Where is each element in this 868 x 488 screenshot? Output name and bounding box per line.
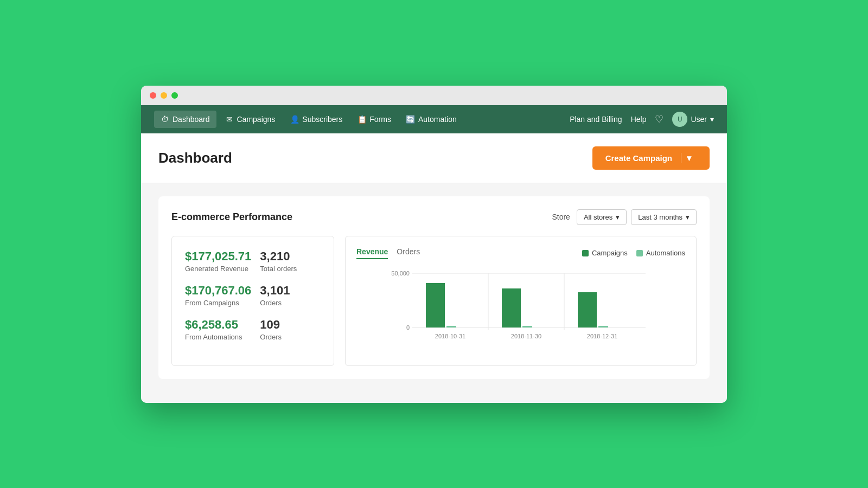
nav-items-right: Plan and Billing Help ♡ U User ▾ [570, 112, 714, 127]
date-range-dropdown[interactable]: Last 3 months ▾ [631, 209, 697, 225]
section-body: $177,025.71 Generated Revenue 3,210 Tota… [171, 236, 697, 366]
stat-automation-orders: 109 Orders [260, 318, 321, 352]
browser-chrome [141, 86, 727, 105]
stats-card: $177,025.71 Generated Revenue 3,210 Tota… [171, 236, 334, 366]
nav-item-campaigns[interactable]: ✉ Campaigns [219, 111, 282, 128]
chart-svg: 50,000 0 2018-10-31 [356, 268, 685, 355]
nav-item-forms[interactable]: 📋 Forms [351, 111, 398, 128]
create-campaign-label: Create Campaign [605, 153, 681, 163]
store-label: Store [552, 213, 570, 221]
legend-campaigns: Campaigns [582, 249, 628, 257]
nav-plan-billing[interactable]: Plan and Billing [570, 115, 622, 124]
legend-campaigns-dot [582, 250, 589, 256]
svg-text:2018-12-31: 2018-12-31 [587, 333, 617, 339]
stat-label-total-orders: Total orders [260, 265, 312, 273]
automation-icon: 🔄 [406, 115, 415, 124]
stat-value-from-campaigns: $170,767.06 [185, 284, 251, 298]
tab-orders[interactable]: Orders [397, 247, 420, 259]
chart-area: 50,000 0 2018-10-31 [356, 268, 685, 355]
user-avatar: U [672, 112, 687, 127]
stat-label-automation-orders: Orders [260, 333, 312, 341]
stat-label-from-campaigns: From Campaigns [185, 299, 251, 307]
legend-automations: Automations [636, 249, 685, 257]
user-area[interactable]: U User ▾ [672, 112, 714, 127]
dashboard-icon: ⏱ [161, 115, 169, 124]
chart-legend: Campaigns Automations [582, 249, 685, 257]
stat-from-automations: $6,258.65 From Automations [185, 318, 260, 341]
svg-rect-12 [578, 292, 597, 328]
stat-value-campaign-orders: 3,101 [260, 284, 312, 298]
browser-window: ⏱ Dashboard ✉ Campaigns 👤 Subscribers 📋 … [141, 86, 727, 403]
svg-text:2018-11-30: 2018-11-30 [511, 333, 541, 339]
stat-label-campaign-orders: Orders [260, 299, 312, 307]
svg-rect-7 [446, 326, 456, 328]
svg-rect-10 [522, 326, 532, 328]
nav-item-subscribers[interactable]: 👤 Subscribers [284, 111, 349, 128]
legend-automations-dot [636, 250, 643, 256]
nav-help[interactable]: Help [631, 115, 647, 124]
traffic-light-green[interactable] [171, 92, 178, 99]
nav-label-dashboard: Dashboard [173, 115, 210, 124]
main-content: Dashboard Create Campaign ▾ E-commerce P… [141, 133, 727, 403]
section-header: E-commerce Performance Store All stores … [171, 209, 697, 225]
user-dropdown-icon: ▾ [710, 115, 714, 124]
all-stores-chevron-icon: ▾ [616, 213, 620, 221]
chart-tabs: Revenue Orders [356, 247, 420, 259]
stat-from-campaigns: $170,767.06 From Campaigns [185, 284, 260, 307]
content-area: E-commerce Performance Store All stores … [141, 183, 727, 403]
forms-icon: 📋 [358, 115, 366, 124]
stat-campaign-orders: 3,101 Orders [260, 284, 321, 307]
legend-automations-label: Automations [646, 249, 685, 257]
nav-label-campaigns: Campaigns [237, 115, 276, 124]
all-stores-dropdown[interactable]: All stores ▾ [577, 209, 627, 225]
stat-value-from-automations: $6,258.65 [185, 318, 251, 332]
stats-grid: $177,025.71 Generated Revenue 3,210 Tota… [185, 249, 321, 352]
stat-total-orders: 3,210 Total orders [260, 249, 321, 273]
stat-generated-revenue: $177,025.71 Generated Revenue [185, 249, 260, 273]
stat-value-generated-revenue: $177,025.71 [185, 249, 251, 264]
svg-rect-6 [426, 283, 445, 328]
nav-label-automation: Automation [418, 115, 457, 124]
stat-value-automation-orders: 109 [260, 318, 312, 332]
svg-rect-13 [598, 326, 608, 328]
nav-item-automation[interactable]: 🔄 Automation [400, 111, 463, 128]
date-range-label: Last 3 months [638, 213, 682, 221]
page-title: Dashboard [158, 150, 232, 166]
nav-label-subscribers: Subscribers [302, 115, 342, 124]
traffic-light-yellow[interactable] [161, 92, 167, 99]
date-range-chevron-icon: ▾ [686, 213, 690, 221]
svg-text:2018-10-31: 2018-10-31 [435, 333, 465, 339]
stat-label-from-automations: From Automations [185, 333, 251, 341]
svg-text:50,000: 50,000 [391, 270, 410, 277]
create-campaign-dropdown-icon: ▾ [681, 153, 697, 163]
stat-label-generated-revenue: Generated Revenue [185, 265, 251, 273]
traffic-light-red[interactable] [150, 92, 156, 99]
section-controls: Store All stores ▾ Last 3 months ▾ [552, 209, 697, 225]
heart-icon[interactable]: ♡ [655, 113, 663, 125]
nav-items-left: ⏱ Dashboard ✉ Campaigns 👤 Subscribers 📋 … [154, 111, 570, 128]
chart-card: Revenue Orders Campaigns Auto [345, 236, 697, 366]
ecommerce-section: E-commerce Performance Store All stores … [158, 196, 710, 379]
nav-item-dashboard[interactable]: ⏱ Dashboard [154, 111, 216, 128]
all-stores-label: All stores [584, 213, 612, 221]
svg-rect-9 [502, 288, 521, 328]
subscribers-icon: 👤 [290, 115, 299, 124]
stat-value-total-orders: 3,210 [260, 249, 312, 264]
create-campaign-button[interactable]: Create Campaign ▾ [592, 146, 710, 170]
legend-campaigns-label: Campaigns [592, 249, 628, 257]
campaigns-icon: ✉ [225, 115, 234, 124]
user-label: User [691, 115, 707, 124]
section-title: E-commerce Performance [171, 211, 292, 223]
tab-revenue[interactable]: Revenue [356, 247, 388, 259]
navbar: ⏱ Dashboard ✉ Campaigns 👤 Subscribers 📋 … [141, 105, 727, 133]
chart-header: Revenue Orders Campaigns Auto [356, 247, 685, 259]
svg-text:0: 0 [406, 324, 410, 331]
nav-label-forms: Forms [369, 115, 391, 124]
page-header: Dashboard Create Campaign ▾ [141, 133, 727, 183]
